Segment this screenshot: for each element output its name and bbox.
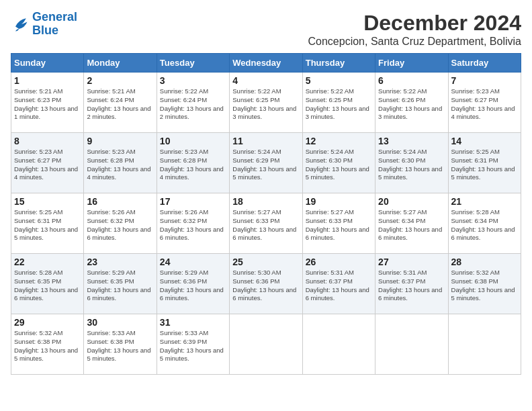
- day-number: 5: [306, 75, 372, 86]
- month-title: December 2024: [308, 11, 522, 36]
- day-number: 23: [87, 257, 153, 267]
- calendar-cell: 12Sunrise: 5:24 AMSunset: 6:30 PMDayligh…: [302, 133, 375, 193]
- col-header-wednesday: Wednesday: [230, 54, 302, 73]
- day-number: 9: [87, 136, 153, 146]
- col-header-monday: Monday: [84, 54, 157, 73]
- calendar-cell: 28Sunrise: 5:32 AMSunset: 6:38 PMDayligh…: [448, 254, 521, 314]
- day-number: 4: [232, 75, 299, 86]
- cell-info: Sunrise: 5:24 AMSunset: 6:30 PMDaylight:…: [378, 148, 445, 182]
- logo-text: General Blue: [32, 11, 77, 38]
- cell-info: Sunrise: 5:24 AMSunset: 6:30 PMDaylight:…: [306, 148, 372, 182]
- calendar-cell: 20Sunrise: 5:27 AMSunset: 6:34 PMDayligh…: [375, 193, 448, 254]
- day-number: 18: [232, 196, 299, 207]
- cell-info: Sunrise: 5:24 AMSunset: 6:29 PMDaylight:…: [232, 148, 299, 182]
- cell-info: Sunrise: 5:25 AMSunset: 6:31 PMDaylight:…: [14, 208, 81, 242]
- calendar-cell: 18Sunrise: 5:27 AMSunset: 6:33 PMDayligh…: [230, 193, 302, 254]
- calendar-cell: 9Sunrise: 5:23 AMSunset: 6:28 PMDaylight…: [84, 133, 157, 193]
- calendar-cell: 4Sunrise: 5:22 AMSunset: 6:25 PMDaylight…: [230, 73, 302, 133]
- cell-info: Sunrise: 5:22 AMSunset: 6:26 PMDaylight:…: [378, 87, 445, 122]
- calendar-table: SundayMondayTuesdayWednesdayThursdayFrid…: [11, 53, 521, 375]
- calendar-cell: 13Sunrise: 5:24 AMSunset: 6:30 PMDayligh…: [375, 133, 448, 193]
- col-header-sunday: Sunday: [11, 54, 84, 73]
- day-number: 10: [160, 136, 226, 146]
- calendar-cell: 25Sunrise: 5:30 AMSunset: 6:36 PMDayligh…: [230, 254, 302, 314]
- day-number: 2: [87, 75, 153, 86]
- calendar-header-row: SundayMondayTuesdayWednesdayThursdayFrid…: [11, 54, 521, 73]
- calendar-cell: 30Sunrise: 5:33 AMSunset: 6:38 PMDayligh…: [84, 314, 157, 375]
- day-number: 21: [451, 196, 518, 207]
- calendar-cell: 24Sunrise: 5:29 AMSunset: 6:36 PMDayligh…: [157, 254, 229, 314]
- cell-info: Sunrise: 5:23 AMSunset: 6:28 PMDaylight:…: [160, 148, 226, 182]
- day-number: 16: [87, 196, 153, 207]
- day-number: 20: [378, 196, 445, 207]
- col-header-tuesday: Tuesday: [157, 54, 229, 73]
- day-number: 27: [378, 257, 445, 267]
- calendar-week-row: 15Sunrise: 5:25 AMSunset: 6:31 PMDayligh…: [11, 193, 521, 254]
- calendar-cell: 31Sunrise: 5:33 AMSunset: 6:39 PMDayligh…: [157, 314, 229, 375]
- cell-info: Sunrise: 5:26 AMSunset: 6:32 PMDaylight:…: [160, 208, 226, 242]
- logo-bird-icon: [11, 15, 30, 34]
- calendar-cell: [448, 314, 521, 375]
- cell-info: Sunrise: 5:32 AMSunset: 6:38 PMDaylight:…: [14, 329, 81, 363]
- day-number: 6: [378, 75, 445, 86]
- calendar-cell: 23Sunrise: 5:29 AMSunset: 6:35 PMDayligh…: [84, 254, 157, 314]
- col-header-friday: Friday: [375, 54, 448, 73]
- cell-info: Sunrise: 5:30 AMSunset: 6:36 PMDaylight:…: [232, 269, 299, 303]
- day-number: 25: [232, 257, 299, 267]
- calendar-week-row: 22Sunrise: 5:28 AMSunset: 6:35 PMDayligh…: [11, 254, 521, 314]
- calendar-cell: 8Sunrise: 5:23 AMSunset: 6:27 PMDaylight…: [11, 133, 84, 193]
- col-header-thursday: Thursday: [302, 54, 375, 73]
- calendar-cell: [302, 314, 375, 375]
- day-number: 28: [451, 257, 518, 267]
- calendar-cell: 3Sunrise: 5:22 AMSunset: 6:24 PMDaylight…: [157, 73, 229, 133]
- day-number: 26: [306, 257, 372, 267]
- calendar-cell: [230, 314, 302, 375]
- day-number: 15: [14, 196, 81, 207]
- page-header: General Blue December 2024 Concepcion, S…: [11, 11, 521, 48]
- calendar-cell: [375, 314, 448, 375]
- day-number: 11: [232, 136, 299, 146]
- day-number: 8: [14, 136, 81, 146]
- calendar-cell: 2Sunrise: 5:21 AMSunset: 6:24 PMDaylight…: [84, 73, 157, 133]
- cell-info: Sunrise: 5:23 AMSunset: 6:27 PMDaylight:…: [14, 148, 81, 182]
- col-header-saturday: Saturday: [448, 54, 521, 73]
- calendar-cell: 19Sunrise: 5:27 AMSunset: 6:33 PMDayligh…: [302, 193, 375, 254]
- cell-info: Sunrise: 5:27 AMSunset: 6:33 PMDaylight:…: [232, 208, 299, 242]
- cell-info: Sunrise: 5:28 AMSunset: 6:34 PMDaylight:…: [451, 208, 518, 242]
- location-title: Concepcion, Santa Cruz Department, Boliv…: [308, 36, 522, 48]
- day-number: 12: [306, 136, 372, 146]
- cell-info: Sunrise: 5:23 AMSunset: 6:28 PMDaylight:…: [87, 148, 153, 182]
- calendar-cell: 27Sunrise: 5:31 AMSunset: 6:37 PMDayligh…: [375, 254, 448, 314]
- cell-info: Sunrise: 5:29 AMSunset: 6:35 PMDaylight:…: [87, 269, 153, 303]
- cell-info: Sunrise: 5:21 AMSunset: 6:24 PMDaylight:…: [87, 87, 153, 122]
- cell-info: Sunrise: 5:25 AMSunset: 6:31 PMDaylight:…: [451, 148, 518, 182]
- calendar-cell: 22Sunrise: 5:28 AMSunset: 6:35 PMDayligh…: [11, 254, 84, 314]
- calendar-cell: 21Sunrise: 5:28 AMSunset: 6:34 PMDayligh…: [448, 193, 521, 254]
- cell-info: Sunrise: 5:21 AMSunset: 6:23 PMDaylight:…: [14, 87, 81, 122]
- cell-info: Sunrise: 5:27 AMSunset: 6:34 PMDaylight:…: [378, 208, 445, 242]
- day-number: 13: [378, 136, 445, 146]
- calendar-week-row: 29Sunrise: 5:32 AMSunset: 6:38 PMDayligh…: [11, 314, 521, 375]
- cell-info: Sunrise: 5:22 AMSunset: 6:24 PMDaylight:…: [160, 87, 226, 122]
- day-number: 29: [14, 317, 81, 328]
- cell-info: Sunrise: 5:22 AMSunset: 6:25 PMDaylight:…: [232, 87, 299, 122]
- day-number: 14: [451, 136, 518, 146]
- day-number: 22: [14, 257, 81, 267]
- calendar-cell: 29Sunrise: 5:32 AMSunset: 6:38 PMDayligh…: [11, 314, 84, 375]
- cell-info: Sunrise: 5:31 AMSunset: 6:37 PMDaylight:…: [306, 269, 372, 303]
- calendar-cell: 1Sunrise: 5:21 AMSunset: 6:23 PMDaylight…: [11, 73, 84, 133]
- cell-info: Sunrise: 5:26 AMSunset: 6:32 PMDaylight:…: [87, 208, 153, 242]
- calendar-cell: 17Sunrise: 5:26 AMSunset: 6:32 PMDayligh…: [157, 193, 229, 254]
- calendar-cell: 10Sunrise: 5:23 AMSunset: 6:28 PMDayligh…: [157, 133, 229, 193]
- cell-info: Sunrise: 5:27 AMSunset: 6:33 PMDaylight:…: [306, 208, 372, 242]
- day-number: 31: [160, 317, 226, 328]
- title-area: December 2024 Concepcion, Santa Cruz Dep…: [308, 11, 522, 48]
- logo: General Blue: [11, 11, 77, 38]
- day-number: 30: [87, 317, 153, 328]
- day-number: 17: [160, 196, 226, 207]
- calendar-cell: 6Sunrise: 5:22 AMSunset: 6:26 PMDaylight…: [375, 73, 448, 133]
- day-number: 19: [306, 196, 372, 207]
- calendar-cell: 5Sunrise: 5:22 AMSunset: 6:25 PMDaylight…: [302, 73, 375, 133]
- calendar-week-row: 8Sunrise: 5:23 AMSunset: 6:27 PMDaylight…: [11, 133, 521, 193]
- calendar-week-row: 1Sunrise: 5:21 AMSunset: 6:23 PMDaylight…: [11, 73, 521, 133]
